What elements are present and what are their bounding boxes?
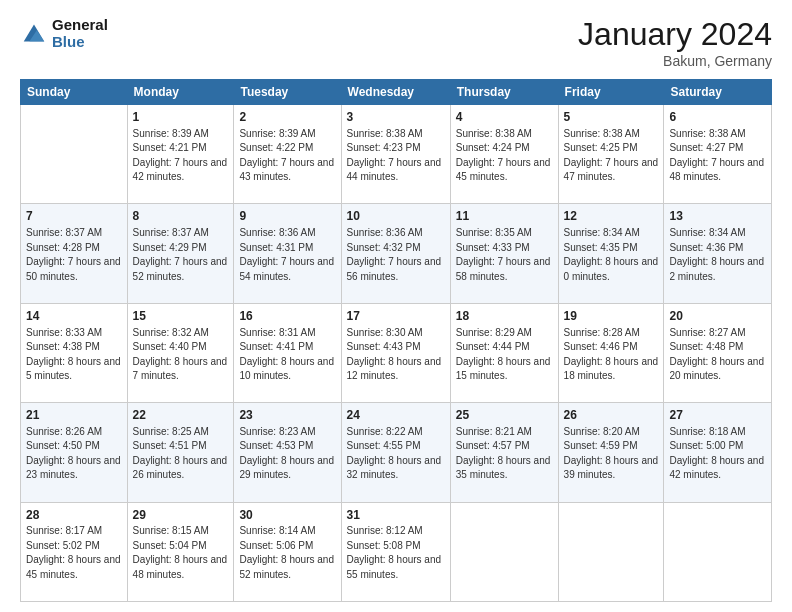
sunrise-text: Sunrise: 8:25 AM xyxy=(133,425,229,440)
daylight-text: Daylight: 7 hours and 58 minutes. xyxy=(456,255,553,284)
sunset-text: Sunset: 4:33 PM xyxy=(456,241,553,256)
day-cell xyxy=(558,502,664,601)
week-row-5: 28 Sunrise: 8:17 AM Sunset: 5:02 PM Dayl… xyxy=(21,502,772,601)
day-number: 21 xyxy=(26,407,122,424)
day-cell xyxy=(21,105,128,204)
daylight-text: Daylight: 8 hours and 55 minutes. xyxy=(347,553,445,582)
sunrise-text: Sunrise: 8:37 AM xyxy=(26,226,122,241)
week-row-3: 14 Sunrise: 8:33 AM Sunset: 4:38 PM Dayl… xyxy=(21,303,772,402)
sunset-text: Sunset: 5:04 PM xyxy=(133,539,229,554)
page: General Blue January 2024 Bakum, Germany… xyxy=(0,0,792,612)
day-cell xyxy=(450,502,558,601)
day-number: 19 xyxy=(564,308,659,325)
day-number: 25 xyxy=(456,407,553,424)
daylight-text: Daylight: 8 hours and 35 minutes. xyxy=(456,454,553,483)
sunset-text: Sunset: 4:46 PM xyxy=(564,340,659,355)
day-info: Sunrise: 8:22 AM Sunset: 4:55 PM Dayligh… xyxy=(347,425,445,483)
day-cell: 22 Sunrise: 8:25 AM Sunset: 4:51 PM Dayl… xyxy=(127,403,234,502)
daylight-text: Daylight: 8 hours and 15 minutes. xyxy=(456,355,553,384)
sunset-text: Sunset: 4:50 PM xyxy=(26,439,122,454)
daylight-text: Daylight: 8 hours and 23 minutes. xyxy=(26,454,122,483)
day-number: 18 xyxy=(456,308,553,325)
sunset-text: Sunset: 4:21 PM xyxy=(133,141,229,156)
daylight-text: Daylight: 7 hours and 52 minutes. xyxy=(133,255,229,284)
sunset-text: Sunset: 4:44 PM xyxy=(456,340,553,355)
day-number: 11 xyxy=(456,208,553,225)
sunrise-text: Sunrise: 8:34 AM xyxy=(564,226,659,241)
sunrise-text: Sunrise: 8:33 AM xyxy=(26,326,122,341)
day-info: Sunrise: 8:38 AM Sunset: 4:23 PM Dayligh… xyxy=(347,127,445,185)
day-cell: 27 Sunrise: 8:18 AM Sunset: 5:00 PM Dayl… xyxy=(664,403,772,502)
daylight-text: Daylight: 8 hours and 52 minutes. xyxy=(239,553,335,582)
sunrise-text: Sunrise: 8:38 AM xyxy=(564,127,659,142)
daylight-text: Daylight: 8 hours and 48 minutes. xyxy=(133,553,229,582)
day-number: 15 xyxy=(133,308,229,325)
sunset-text: Sunset: 5:02 PM xyxy=(26,539,122,554)
day-number: 2 xyxy=(239,109,335,126)
col-friday: Friday xyxy=(558,80,664,105)
day-info: Sunrise: 8:15 AM Sunset: 5:04 PM Dayligh… xyxy=(133,524,229,582)
daylight-text: Daylight: 8 hours and 18 minutes. xyxy=(564,355,659,384)
daylight-text: Daylight: 7 hours and 43 minutes. xyxy=(239,156,335,185)
day-cell: 3 Sunrise: 8:38 AM Sunset: 4:23 PM Dayli… xyxy=(341,105,450,204)
daylight-text: Daylight: 8 hours and 39 minutes. xyxy=(564,454,659,483)
day-cell: 28 Sunrise: 8:17 AM Sunset: 5:02 PM Dayl… xyxy=(21,502,128,601)
col-saturday: Saturday xyxy=(664,80,772,105)
daylight-text: Daylight: 7 hours and 54 minutes. xyxy=(239,255,335,284)
day-cell: 10 Sunrise: 8:36 AM Sunset: 4:32 PM Dayl… xyxy=(341,204,450,303)
sunset-text: Sunset: 4:55 PM xyxy=(347,439,445,454)
calendar-header: Sunday Monday Tuesday Wednesday Thursday… xyxy=(21,80,772,105)
day-number: 4 xyxy=(456,109,553,126)
day-info: Sunrise: 8:25 AM Sunset: 4:51 PM Dayligh… xyxy=(133,425,229,483)
day-cell: 15 Sunrise: 8:32 AM Sunset: 4:40 PM Dayl… xyxy=(127,303,234,402)
day-cell: 12 Sunrise: 8:34 AM Sunset: 4:35 PM Dayl… xyxy=(558,204,664,303)
day-cell: 13 Sunrise: 8:34 AM Sunset: 4:36 PM Dayl… xyxy=(664,204,772,303)
sunset-text: Sunset: 4:24 PM xyxy=(456,141,553,156)
day-cell: 25 Sunrise: 8:21 AM Sunset: 4:57 PM Dayl… xyxy=(450,403,558,502)
sunrise-text: Sunrise: 8:39 AM xyxy=(239,127,335,142)
sunrise-text: Sunrise: 8:37 AM xyxy=(133,226,229,241)
day-number: 29 xyxy=(133,507,229,524)
day-number: 31 xyxy=(347,507,445,524)
header: General Blue January 2024 Bakum, Germany xyxy=(20,16,772,69)
day-info: Sunrise: 8:31 AM Sunset: 4:41 PM Dayligh… xyxy=(239,326,335,384)
day-info: Sunrise: 8:12 AM Sunset: 5:08 PM Dayligh… xyxy=(347,524,445,582)
calendar-table: Sunday Monday Tuesday Wednesday Thursday… xyxy=(20,79,772,602)
day-cell: 2 Sunrise: 8:39 AM Sunset: 4:22 PM Dayli… xyxy=(234,105,341,204)
day-number: 3 xyxy=(347,109,445,126)
day-info: Sunrise: 8:32 AM Sunset: 4:40 PM Dayligh… xyxy=(133,326,229,384)
sunrise-text: Sunrise: 8:12 AM xyxy=(347,524,445,539)
daylight-text: Daylight: 8 hours and 45 minutes. xyxy=(26,553,122,582)
col-monday: Monday xyxy=(127,80,234,105)
sunset-text: Sunset: 4:53 PM xyxy=(239,439,335,454)
day-number: 26 xyxy=(564,407,659,424)
day-cell: 29 Sunrise: 8:15 AM Sunset: 5:04 PM Dayl… xyxy=(127,502,234,601)
sunrise-text: Sunrise: 8:34 AM xyxy=(669,226,766,241)
day-info: Sunrise: 8:18 AM Sunset: 5:00 PM Dayligh… xyxy=(669,425,766,483)
sunset-text: Sunset: 5:00 PM xyxy=(669,439,766,454)
sunrise-text: Sunrise: 8:26 AM xyxy=(26,425,122,440)
day-number: 24 xyxy=(347,407,445,424)
day-info: Sunrise: 8:20 AM Sunset: 4:59 PM Dayligh… xyxy=(564,425,659,483)
day-cell: 21 Sunrise: 8:26 AM Sunset: 4:50 PM Dayl… xyxy=(21,403,128,502)
sunset-text: Sunset: 5:06 PM xyxy=(239,539,335,554)
week-row-2: 7 Sunrise: 8:37 AM Sunset: 4:28 PM Dayli… xyxy=(21,204,772,303)
logo-text: General Blue xyxy=(52,16,108,51)
daylight-text: Daylight: 8 hours and 32 minutes. xyxy=(347,454,445,483)
sunrise-text: Sunrise: 8:21 AM xyxy=(456,425,553,440)
sunset-text: Sunset: 4:48 PM xyxy=(669,340,766,355)
day-cell: 11 Sunrise: 8:35 AM Sunset: 4:33 PM Dayl… xyxy=(450,204,558,303)
day-info: Sunrise: 8:33 AM Sunset: 4:38 PM Dayligh… xyxy=(26,326,122,384)
daylight-text: Daylight: 8 hours and 26 minutes. xyxy=(133,454,229,483)
sunset-text: Sunset: 4:35 PM xyxy=(564,241,659,256)
day-cell: 9 Sunrise: 8:36 AM Sunset: 4:31 PM Dayli… xyxy=(234,204,341,303)
day-cell: 26 Sunrise: 8:20 AM Sunset: 4:59 PM Dayl… xyxy=(558,403,664,502)
day-info: Sunrise: 8:37 AM Sunset: 4:28 PM Dayligh… xyxy=(26,226,122,284)
day-cell xyxy=(664,502,772,601)
day-info: Sunrise: 8:37 AM Sunset: 4:29 PM Dayligh… xyxy=(133,226,229,284)
day-number: 22 xyxy=(133,407,229,424)
day-info: Sunrise: 8:14 AM Sunset: 5:06 PM Dayligh… xyxy=(239,524,335,582)
day-number: 10 xyxy=(347,208,445,225)
day-cell: 14 Sunrise: 8:33 AM Sunset: 4:38 PM Dayl… xyxy=(21,303,128,402)
sunrise-text: Sunrise: 8:36 AM xyxy=(347,226,445,241)
